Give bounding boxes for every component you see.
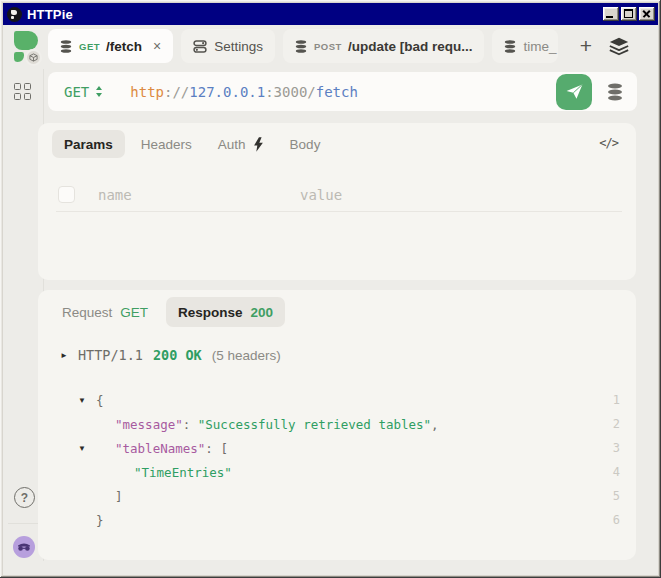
code-line: "message": "Successfully retrieved table… <box>38 412 636 436</box>
tab-badge: GET <box>120 305 148 320</box>
database-icon <box>295 40 307 53</box>
package-badge-icon <box>25 49 42 66</box>
tab-auth[interactable]: Auth <box>208 130 274 158</box>
app-body: GET/fetch×SettingsPOST/update [bad requ.… <box>3 25 658 575</box>
code-line: ]5 <box>38 484 636 508</box>
code-line: ▼"tableNames": [3 <box>38 436 636 460</box>
tab-label: Body <box>290 137 321 152</box>
help-icon[interactable]: ? <box>14 487 35 508</box>
send-button[interactable] <box>556 74 592 110</box>
database-icon <box>60 40 72 53</box>
code-text: "tableNames": [ <box>96 441 228 456</box>
request-tabs: ParamsHeadersAuthBody <box>52 130 330 158</box>
param-value-input[interactable]: value <box>300 187 342 203</box>
protocol-text: HTTP/1.1 <box>78 347 143 363</box>
code-line: ▼{1 <box>38 388 636 412</box>
tab-headers[interactable]: Headers <box>131 130 202 158</box>
logo-shape-small <box>14 52 24 62</box>
tab-body[interactable]: Body <box>280 130 331 158</box>
headers-count-text: (5 headers) <box>212 348 281 363</box>
url-segment: 3000 <box>274 84 308 100</box>
maximize-icon <box>624 9 633 18</box>
code-text: } <box>96 513 104 528</box>
code-line: "TimeEntries"4 <box>38 460 636 484</box>
response-tabs: RequestGETResponse200 <box>52 297 285 327</box>
code-line: }6 <box>38 508 636 532</box>
tab-time[interactable]: time_ <box>492 29 558 63</box>
code-text: { <box>96 393 104 408</box>
app-icon <box>7 7 22 22</box>
tab-label: Settings <box>214 39 263 54</box>
tab-label: Response <box>178 305 243 320</box>
tab-request[interactable]: RequestGET <box>52 297 158 327</box>
line-number: 3 <box>592 441 620 455</box>
minimize-button[interactable] <box>603 7 619 21</box>
tab-label: Request <box>62 305 112 320</box>
status-code-text: 200 OK <box>153 347 202 363</box>
titlebar[interactable]: HTTPie <box>3 3 658 25</box>
expanded-arrow-icon[interactable]: ▼ <box>78 444 96 453</box>
paper-plane-icon <box>565 82 584 101</box>
params-row: name value <box>56 178 622 212</box>
tab-label: Auth <box>218 137 246 152</box>
user-avatar[interactable] <box>13 536 35 558</box>
line-number: 6 <box>592 513 620 527</box>
url-bar: GET http://127.0.0.1:3000/fetch <box>48 72 637 111</box>
code-view-icon[interactable]: </> <box>599 136 618 150</box>
app-window: HTTPie GET/fetch×SettingsPOST/update [ba… <box>0 0 661 578</box>
close-button[interactable] <box>639 7 655 21</box>
tab-label: Params <box>64 137 113 152</box>
code-text: "message": "Successfully retrieved table… <box>96 417 439 432</box>
response-status-line[interactable]: ► HTTP/1.1 200 OK (5 headers) <box>60 347 281 363</box>
httpie-logo <box>12 30 44 66</box>
collapsed-arrow-icon[interactable]: ► <box>60 351 68 360</box>
settings-icon <box>193 40 207 53</box>
method-select[interactable]: GET <box>64 84 102 100</box>
response-panel: RequestGETResponse200 ► HTTP/1.1 200 OK … <box>38 290 636 560</box>
tab-settings[interactable]: Settings <box>181 29 275 63</box>
tab-params[interactable]: Params <box>52 130 125 158</box>
param-checkbox[interactable] <box>58 186 75 203</box>
database-icon[interactable] <box>607 83 623 101</box>
url-input[interactable]: http://127.0.0.1:3000/fetch <box>130 84 358 100</box>
tab-label: time_ <box>523 39 556 54</box>
apps-grid-icon[interactable] <box>14 83 32 101</box>
minimize-icon <box>606 16 613 18</box>
url-segment: fetch <box>316 84 358 100</box>
line-number: 5 <box>592 489 620 503</box>
line-number: 2 <box>592 417 620 431</box>
logo-shape <box>14 31 38 50</box>
layers-icon[interactable] <box>608 35 632 59</box>
line-number: 1 <box>592 393 620 407</box>
url-segment: : <box>265 84 273 100</box>
url-segment: :// <box>164 84 189 100</box>
code-text: "TimeEntries" <box>96 465 232 480</box>
url-segment: 127.0.0.1 <box>189 84 265 100</box>
tab-response[interactable]: Response200 <box>166 297 285 327</box>
window-title: HTTPie <box>27 7 598 22</box>
close-tab-icon[interactable]: × <box>153 39 161 53</box>
maximize-button[interactable] <box>621 7 637 21</box>
tab-update-bad-requ[interactable]: POST/update [bad requ... <box>283 29 484 63</box>
tab-method: POST <box>314 41 342 52</box>
tab-badge: 200 <box>251 305 274 320</box>
request-panel: ParamsHeadersAuthBody </> name value <box>38 123 636 280</box>
lightning-icon <box>253 137 264 152</box>
line-number: 4 <box>592 465 620 479</box>
tab-label: Headers <box>141 137 192 152</box>
expanded-arrow-icon[interactable]: ▼ <box>78 396 96 405</box>
sidebar-separator <box>8 523 38 524</box>
code-text: ] <box>96 489 123 504</box>
tab-label: /update [bad requ... <box>348 39 473 54</box>
window-controls <box>603 7 655 21</box>
tab-method: GET <box>79 41 100 52</box>
param-name-input[interactable]: name <box>98 187 300 203</box>
url-segment: / <box>307 84 315 100</box>
new-tab-button[interactable]: + <box>574 34 598 58</box>
tab-fetch[interactable]: GET/fetch× <box>48 29 173 63</box>
url-segment: http <box>130 84 164 100</box>
response-body: ▼{1"message": "Successfully retrieved ta… <box>38 388 636 532</box>
method-label: GET <box>64 84 89 100</box>
method-dropdown-icon <box>96 86 102 97</box>
tab-label: /fetch <box>106 39 142 54</box>
